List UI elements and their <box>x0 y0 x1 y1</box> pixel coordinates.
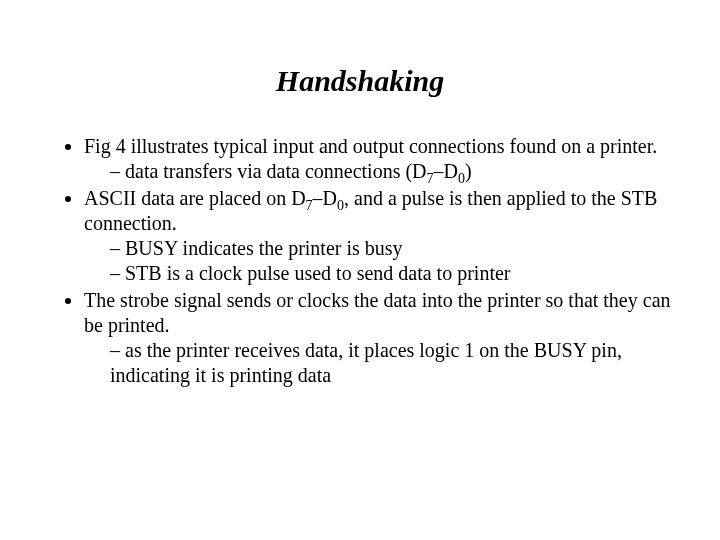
bullet-2-sub2: 0 <box>337 198 344 213</box>
bullet-1a-mid: –D <box>434 160 458 182</box>
bullet-1-sub: data transfers via data connections (D7–… <box>84 159 672 184</box>
bullet-3: The strobe signal sends or clocks the da… <box>84 288 672 388</box>
bullet-2b: STB is a clock pulse used to send data t… <box>110 261 672 286</box>
bullet-list: Fig 4 illustrates typical input and outp… <box>48 134 672 388</box>
bullet-3-sub: as the printer receives data, it places … <box>84 338 672 388</box>
bullet-1a: data transfers via data connections (D7–… <box>110 159 672 184</box>
bullet-3-text: The strobe signal sends or clocks the da… <box>84 289 671 336</box>
bullet-2-mid: –D <box>313 187 337 209</box>
bullet-2a: BUSY indicates the printer is busy <box>110 236 672 261</box>
bullet-2-sub: BUSY indicates the printer is busy STB i… <box>84 236 672 286</box>
slide-title: Handshaking <box>48 64 672 98</box>
bullet-2: ASCII data are placed on D7–D0, and a pu… <box>84 186 672 286</box>
bullet-1a-sub1: 7 <box>427 171 434 186</box>
bullet-1: Fig 4 illustrates typical input and outp… <box>84 134 672 184</box>
bullet-2-sub1: 7 <box>306 198 313 213</box>
bullet-1a-pre: data transfers via data connections (D <box>125 160 427 182</box>
bullet-1a-sub2: 0 <box>458 171 465 186</box>
bullet-1-text: Fig 4 illustrates typical input and outp… <box>84 135 657 157</box>
bullet-3a: as the printer receives data, it places … <box>110 338 672 388</box>
bullet-2-pre: ASCII data are placed on D <box>84 187 306 209</box>
bullet-1a-post: ) <box>465 160 472 182</box>
slide: Handshaking Fig 4 illustrates typical in… <box>0 0 720 540</box>
